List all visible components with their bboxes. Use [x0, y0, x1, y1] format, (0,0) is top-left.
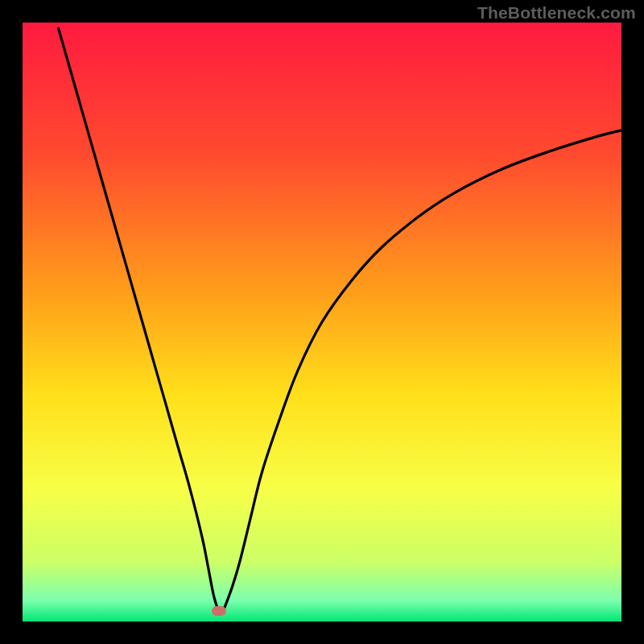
chart-frame: [23, 23, 621, 621]
minimum-marker: [212, 606, 226, 616]
chart-svg: [23, 23, 621, 621]
watermark-label: TheBottleneck.com: [477, 3, 636, 23]
